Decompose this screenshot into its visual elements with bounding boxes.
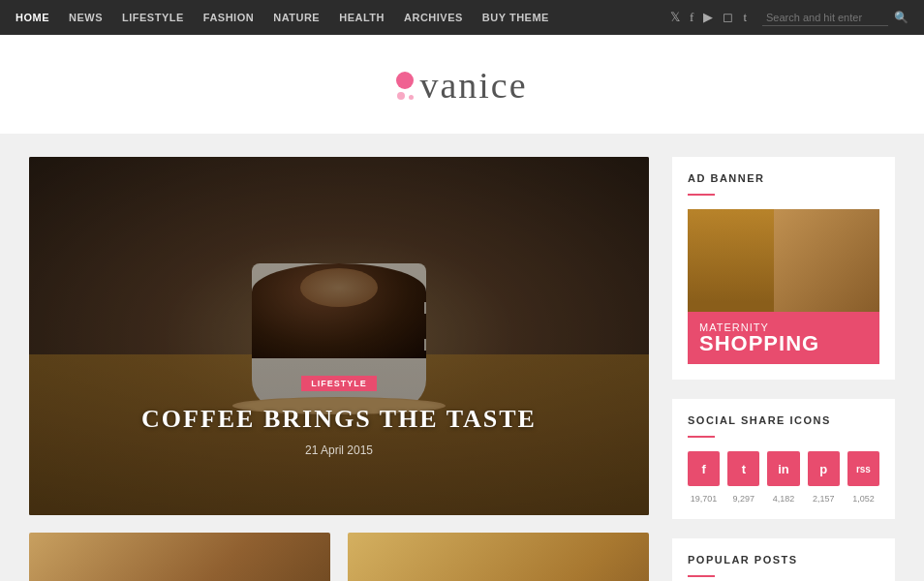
logo-dot-xs bbox=[409, 95, 414, 100]
facebook-icon[interactable]: f bbox=[690, 10, 693, 25]
site-logo[interactable]: vanice bbox=[396, 64, 527, 107]
social-facebook-btn[interactable]: f bbox=[688, 451, 720, 486]
popular-posts-underline bbox=[688, 575, 715, 577]
hero-content: LIFESTYLE COFFEE BRINGS THE TASTE 21 Apr… bbox=[29, 373, 649, 457]
hero-category-badge[interactable]: LIFESTYLE bbox=[301, 376, 377, 391]
main-layout: LIFESTYLE COFFEE BRINGS THE TASTE 21 Apr… bbox=[0, 134, 924, 581]
social-count-facebook: 19,701 bbox=[688, 494, 720, 504]
nav-archives[interactable]: ARCHIVES bbox=[404, 12, 463, 23]
logo-dot-sm-left bbox=[397, 92, 405, 100]
social-icons-row: f t in p rss bbox=[688, 451, 879, 486]
nav-fashion[interactable]: FASHION bbox=[203, 12, 254, 23]
hero-post[interactable]: LIFESTYLE COFFEE BRINGS THE TASTE 21 Apr… bbox=[29, 157, 649, 515]
social-share-title: SOCIAL SHARE ICONS bbox=[688, 414, 879, 426]
content-area: LIFESTYLE COFFEE BRINGS THE TASTE 21 Apr… bbox=[29, 157, 649, 581]
hero-date: 21 April 2015 bbox=[29, 443, 649, 457]
nav-search-area: 🔍 bbox=[762, 10, 909, 26]
social-share-underline bbox=[688, 436, 715, 438]
main-nav: HOME NEWS LIFESTYLE FASHION NATURE HEALT… bbox=[0, 0, 924, 35]
small-post-1[interactable] bbox=[29, 533, 330, 581]
logo-dots bbox=[396, 72, 414, 100]
small-post-2[interactable] bbox=[348, 533, 649, 581]
search-input[interactable] bbox=[762, 10, 888, 26]
social-count-twitter: 9,297 bbox=[727, 494, 759, 504]
social-count-pinterest: 2,157 bbox=[808, 494, 840, 504]
ad-banner-title: AD BANNER bbox=[688, 172, 879, 184]
ad-banner-image[interactable]: MATERNITY SHOPPING bbox=[688, 209, 879, 364]
ad-banner-underline bbox=[688, 194, 715, 196]
nav-social-icons: 𝕏 f ▶ ◻ t bbox=[670, 10, 747, 25]
nav-nature[interactable]: NATURE bbox=[273, 12, 320, 23]
search-icon[interactable]: 🔍 bbox=[894, 11, 909, 25]
youtube-icon[interactable]: ▶ bbox=[703, 10, 713, 25]
social-twitter-btn[interactable]: t bbox=[727, 451, 759, 486]
logo-dot-row bbox=[397, 92, 414, 100]
nav-home[interactable]: HOME bbox=[15, 12, 49, 23]
social-linkedin-btn[interactable]: in bbox=[767, 451, 799, 486]
sidebar: AD BANNER MATERNITY SHOPPING SOCIAL SHAR… bbox=[672, 157, 895, 581]
social-pinterest-btn[interactable]: p bbox=[808, 451, 840, 486]
ad-text-overlay: MATERNITY SHOPPING bbox=[688, 312, 879, 364]
ad-banner-widget: AD BANNER MATERNITY SHOPPING bbox=[672, 157, 895, 380]
logo-text: vanice bbox=[419, 64, 527, 107]
social-count-linkedin: 4,182 bbox=[767, 494, 799, 504]
hero-title: COFFEE BRINGS THE TASTE bbox=[29, 405, 649, 434]
popular-posts-title: POPULAR POSTS bbox=[688, 554, 879, 566]
nav-links: HOME NEWS LIFESTYLE FASHION NATURE HEALT… bbox=[15, 12, 670, 23]
nav-health[interactable]: HEALTH bbox=[339, 12, 385, 23]
hero-overlay bbox=[29, 157, 649, 515]
twitter-icon[interactable]: 𝕏 bbox=[670, 10, 680, 25]
nav-lifestyle[interactable]: LIFESTYLE bbox=[122, 12, 184, 23]
small-post-2-bg bbox=[348, 533, 649, 581]
site-header: vanice bbox=[0, 35, 924, 134]
nav-news[interactable]: NEWS bbox=[69, 12, 103, 23]
social-share-widget: SOCIAL SHARE ICONS f t in p rss 19,701 9… bbox=[672, 399, 895, 519]
social-rss-btn[interactable]: rss bbox=[847, 451, 879, 486]
tumblr-icon[interactable]: t bbox=[743, 10, 747, 25]
instagram-icon[interactable]: ◻ bbox=[723, 10, 733, 25]
popular-posts-widget: POPULAR POSTS bbox=[672, 538, 895, 581]
small-posts-row bbox=[29, 533, 649, 581]
ad-shopping-text: SHOPPING bbox=[699, 333, 868, 354]
nav-buy-theme[interactable]: BUY THEME bbox=[482, 12, 549, 23]
social-count-rss: 1,052 bbox=[847, 494, 879, 504]
social-counts-row: 19,701 9,297 4,182 2,157 1,052 bbox=[688, 494, 879, 504]
small-post-1-bg bbox=[29, 533, 330, 581]
logo-dot-big bbox=[396, 72, 414, 89]
